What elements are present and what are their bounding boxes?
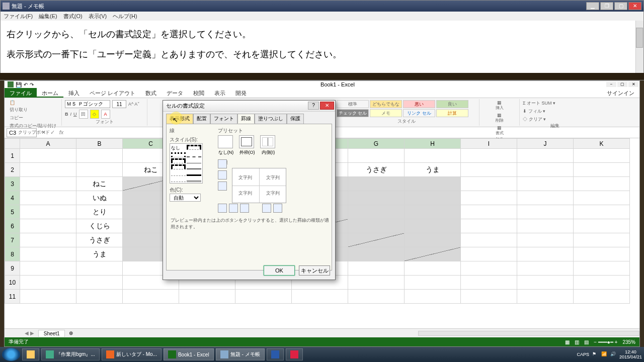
paste-icon[interactable]: 📋 (10, 100, 15, 105)
cell[interactable]: うま (405, 163, 461, 177)
menu-view[interactable]: 表示(V) (89, 13, 107, 20)
cell[interactable] (20, 149, 76, 163)
style-bad[interactable]: 悪い (403, 100, 435, 108)
cell[interactable] (405, 261, 461, 276)
row-header[interactable]: 7 (5, 233, 20, 247)
style-note[interactable]: メモ (370, 109, 402, 117)
line-style-list[interactable]: なし (170, 143, 203, 184)
tab-pagelayout[interactable]: ページ レイアウト (85, 88, 140, 98)
cell[interactable] (348, 191, 405, 205)
menu-help[interactable]: ヘルプ(H) (113, 13, 137, 20)
cell[interactable]: とり (76, 205, 123, 219)
row-header[interactable]: 2 (5, 163, 20, 177)
tab-home[interactable]: ホーム (37, 88, 63, 98)
cell[interactable] (517, 247, 574, 261)
taskbar-word[interactable] (267, 348, 284, 360)
cell[interactable] (574, 219, 630, 233)
maximize-button[interactable]: ▢ (614, 2, 627, 10)
style-good[interactable]: 良い (436, 100, 468, 108)
cell[interactable] (517, 233, 574, 247)
notepad-content[interactable]: 右クリックから、「セルの書式設定」を選択してください。 表示形式の一番下に「ユー… (1, 21, 643, 71)
cell[interactable] (179, 290, 235, 304)
style-neutral[interactable]: どちらでもない (370, 100, 402, 108)
start-button[interactable] (2, 348, 20, 361)
cell[interactable] (348, 247, 405, 261)
col-header[interactable]: I (461, 139, 517, 149)
cell[interactable] (405, 290, 461, 304)
tab-alignment[interactable]: 配置 (193, 114, 210, 124)
row-header[interactable]: 9 (5, 261, 20, 276)
preset-none-button[interactable] (218, 135, 233, 148)
col-header[interactable]: A (20, 139, 76, 149)
cell[interactable] (20, 247, 76, 261)
view-break-icon[interactable]: ▤ (584, 339, 589, 345)
preset-inside-button[interactable] (260, 135, 275, 148)
cell[interactable] (20, 290, 76, 304)
cell[interactable] (405, 205, 461, 219)
border-preview[interactable]: 文字列 文字列 文字列 文字列 (232, 168, 286, 203)
tab-protection[interactable]: 保護 (287, 114, 304, 124)
dialog-help-button[interactable]: ? (308, 102, 319, 110)
bold-button[interactable]: B (65, 112, 68, 117)
zoom-level[interactable]: 235% (622, 339, 635, 345)
cell[interactable] (574, 205, 630, 219)
cell[interactable] (348, 177, 405, 191)
tab-font[interactable]: フォント (210, 114, 237, 124)
cell[interactable] (574, 290, 630, 304)
cut-label[interactable]: 切り取り (10, 107, 28, 113)
cell[interactable]: いぬ (76, 191, 123, 205)
cell[interactable] (76, 149, 123, 163)
col-header[interactable]: B (76, 139, 123, 149)
font-name-select[interactable] (65, 100, 110, 108)
formatpainter-label[interactable]: 書式のコピー/貼り付け (10, 123, 56, 129)
cell[interactable] (574, 163, 630, 177)
cell[interactable] (574, 149, 630, 163)
view-normal-icon[interactable]: ▦ (565, 339, 570, 345)
delete-cells-icon[interactable]: ▦ (496, 113, 504, 118)
close-button[interactable]: ✕ (628, 2, 641, 10)
cell[interactable] (20, 163, 76, 177)
italic-button[interactable]: I (70, 112, 72, 117)
cell[interactable] (405, 191, 461, 205)
view-layout-icon[interactable]: ▥ (575, 339, 579, 345)
cell[interactable] (517, 290, 574, 304)
col-header[interactable]: K (574, 139, 630, 149)
row-header[interactable]: 3 (5, 177, 20, 191)
taskbar-chrome[interactable]: 『作業用bgm』... (41, 348, 100, 360)
taskbar-explorer[interactable] (22, 348, 39, 360)
cell[interactable]: ねこ (76, 177, 123, 191)
new-sheet-button[interactable]: ⊕ (69, 330, 73, 336)
cell[interactable] (461, 163, 517, 177)
qat-redo-icon[interactable]: ↷ (30, 82, 34, 87)
excel-close-button[interactable]: ✕ (628, 82, 638, 87)
signin-link[interactable]: サインイン (602, 88, 639, 98)
tab-developer[interactable]: 開発 (230, 88, 252, 98)
cell[interactable] (461, 219, 517, 233)
cell[interactable] (574, 276, 630, 290)
cell[interactable] (20, 191, 76, 205)
cell[interactable] (405, 276, 461, 290)
menu-file[interactable]: ファイル(F) (4, 13, 33, 20)
cell[interactable] (461, 191, 517, 205)
border-top-button[interactable] (218, 159, 227, 168)
ok-button[interactable]: OK (264, 265, 295, 276)
cell[interactable] (405, 247, 461, 261)
border-vmiddle-button[interactable] (240, 204, 249, 213)
taskbar-firefox[interactable]: 新しいタブ - Mo... (102, 348, 162, 360)
cell[interactable] (517, 177, 574, 191)
cell[interactable] (574, 247, 630, 261)
cell[interactable] (348, 219, 405, 233)
cell[interactable] (574, 261, 630, 276)
cell[interactable] (461, 149, 517, 163)
cell[interactable] (574, 233, 630, 247)
border-diag2-button[interactable] (273, 204, 282, 213)
style-link[interactable]: リンク セル (403, 109, 435, 117)
scroll-thumb[interactable] (636, 28, 643, 48)
col-header[interactable]: H (405, 139, 461, 149)
row-header[interactable]: 10 (5, 276, 20, 290)
preset-outline-button[interactable] (239, 135, 254, 148)
cell[interactable] (348, 205, 405, 219)
font-size-select[interactable] (112, 100, 126, 108)
restore-button[interactable]: ❐ (600, 2, 613, 10)
tab-border[interactable]: 罫線 (237, 114, 255, 124)
